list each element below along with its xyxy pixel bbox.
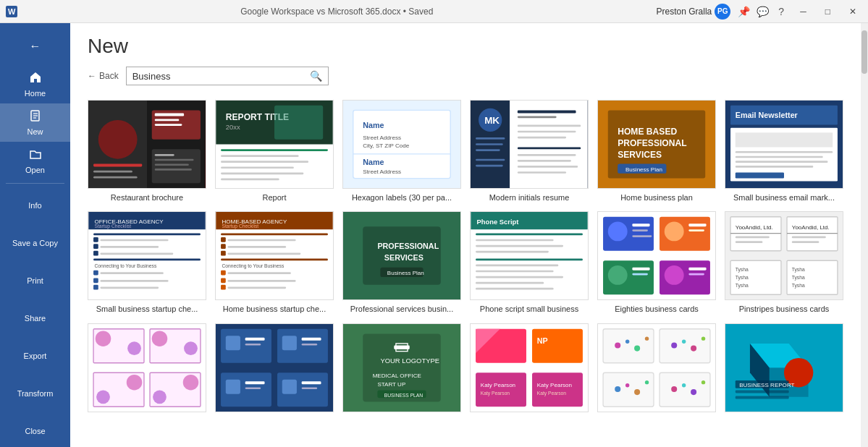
svg-text:Name: Name [363,121,384,129]
back-button[interactable]: ← Back [88,71,119,81]
svg-rect-151 [688,273,704,276]
svg-rect-156 [736,237,770,239]
sidebar-item-transform[interactable]: Transform [0,375,70,412]
template-thumb-neon: NP Katy Pearson Katy Pearson Katy Pearso… [470,323,589,412]
user-info[interactable]: Preston Gralla PG [657,4,731,20]
sidebar-item-home[interactable]: Home [0,65,70,103]
template-item-report-3d[interactable]: BUSINESS REPORT [725,323,843,416]
svg-text:City, ST ZIP Code: City, ST ZIP Code [363,142,409,149]
template-thumb-professional: PROFESSIONAL SERVICES Business Plan [342,211,461,300]
svg-text:Katy Pearson: Katy Pearson [481,391,510,396]
svg-rect-195 [245,381,265,384]
svg-text:HOME BASED: HOME BASED [618,127,677,137]
scroll-thumb[interactable] [861,30,867,74]
sidebar-item-info[interactable]: Info [0,187,70,224]
template-item-home-biz-startup[interactable]: HOME-BASED AGENCY Startup Checklist Conn… [215,211,334,314]
sidebar-item-export[interactable]: Export [0,337,70,375]
close-button[interactable]: ✕ [843,0,862,23]
svg-rect-9 [93,163,142,166]
search-icon[interactable]: 🔍 [310,70,322,82]
template-item-pinstripes-cards[interactable]: YooAndid, Ltd. YooAndid, Ltd. [725,211,843,314]
templates-scroll: Restaurant brochure REPORT TITLE 20xx [70,97,861,447]
template-thumb-restaurant [88,100,206,189]
svg-rect-11 [93,176,138,179]
svg-point-242 [701,380,705,384]
template-thumb-hexagon: Name Street Address City, ST ZIP Code Na… [342,100,461,189]
template-item-biz-cards-2[interactable] [215,323,334,416]
sidebar-item-new[interactable]: New [0,103,70,142]
sidebar-new-label: New [27,127,43,136]
template-label: Hexagon labels (30 per pa... [352,192,452,203]
template-thumb-startup2: HOME-BASED AGENCY Startup Checklist Conn… [215,211,334,300]
sidebar-item-save-copy[interactable]: Save a Copy [0,224,70,262]
svg-rect-15 [155,124,182,126]
page-title: New [88,35,843,58]
content-area: New ← Back 🔍 [70,23,861,447]
svg-rect-30 [221,172,303,174]
template-item-home-biz-plan[interactable]: HOME BASED PROFESSIONAL SERVICES Busines… [597,100,716,203]
svg-rect-142 [688,224,706,226]
svg-rect-238 [660,372,710,406]
svg-rect-19 [155,163,189,166]
svg-text:Phone Script: Phone Script [476,218,519,226]
sidebar-item-back[interactable]: ← [0,27,70,65]
svg-rect-18 [155,159,194,161]
svg-rect-83 [100,239,168,242]
sidebar-item-open[interactable]: Open [0,142,70,180]
svg-rect-31 [221,179,279,181]
svg-rect-20 [155,169,192,171]
svg-rect-216 [476,372,526,406]
vertical-scrollbar[interactable] [861,23,868,447]
template-thumb-resume: MK [470,100,589,189]
template-item-neon-cards[interactable]: NP Katy Pearson Katy Pearson Katy Pearso… [470,323,589,416]
search-input[interactable] [132,71,310,82]
svg-point-237 [645,380,649,384]
svg-rect-138 [632,229,648,231]
back-label: Back [99,71,119,81]
comment-icon[interactable]: 💬 [757,6,768,17]
template-item-restaurant-brochure[interactable]: Restaurant brochure [88,100,206,203]
template-item-professional-services[interactable]: PROFESSIONAL SERVICES Business Plan Prof… [342,211,461,314]
svg-rect-129 [476,265,558,267]
svg-rect-199 [302,381,321,384]
template-item-flowers-cards[interactable] [88,323,206,416]
template-item-small-biz-startup[interactable]: OFFICE-BASED AGENCY Startup Checklist Co… [88,211,206,314]
svg-rect-190 [282,336,297,350]
template-item-medical-startup[interactable]: YOUR LOGOTYPE MEDICAL OFFICE START UP BU… [342,323,461,416]
svg-rect-106 [227,253,300,255]
svg-point-225 [625,339,629,343]
sidebar-item-close[interactable]: Close [0,412,70,447]
minimize-button[interactable]: ─ [794,0,812,23]
template-item-report[interactable]: REPORT TITLE 20xx Report [215,100,334,203]
template-item-modern-resume[interactable]: MK [470,100,589,203]
template-thumb-eighties [597,211,716,300]
svg-rect-137 [632,224,649,226]
svg-point-239 [671,386,677,392]
svg-rect-42 [510,101,588,188]
template-item-hexagon-labels[interactable]: Name Street Address City, ST ZIP Code Na… [342,100,461,203]
svg-rect-131 [476,276,563,278]
svg-text:PROFESSIONAL: PROFESSIONAL [618,138,687,148]
help-icon[interactable]: ? [775,6,787,17]
template-item-phone-script[interactable]: Phone Script Pho [470,211,589,314]
svg-rect-132 [476,282,544,284]
template-item-eighties-cards[interactable]: Eighties business cards [597,211,716,314]
svg-rect-233 [603,372,654,406]
svg-point-176 [127,375,143,391]
open-icon [29,148,42,163]
svg-text:MK: MK [484,115,500,126]
template-item-dot-cards[interactable] [597,323,716,416]
sidebar-open-label: Open [25,166,45,174]
svg-rect-49 [476,165,503,167]
svg-text:BUSINESS REPORT: BUSINESS REPORT [739,382,794,388]
sidebar-item-share[interactable]: Share [0,299,70,337]
svg-text:Tysha: Tysha [736,283,749,289]
svg-text:NP: NP [537,336,548,344]
svg-rect-26 [221,149,328,151]
ribbon-pin-icon[interactable]: 📌 [738,6,749,17]
template-label: Small business startup che... [96,304,198,314]
template-item-small-biz-email[interactable]: Email Newsletter Small business email ma… [725,100,843,203]
sidebar-item-print[interactable]: Print [0,262,70,299]
maximize-button[interactable]: □ [819,0,836,23]
new-icon [29,109,42,125]
